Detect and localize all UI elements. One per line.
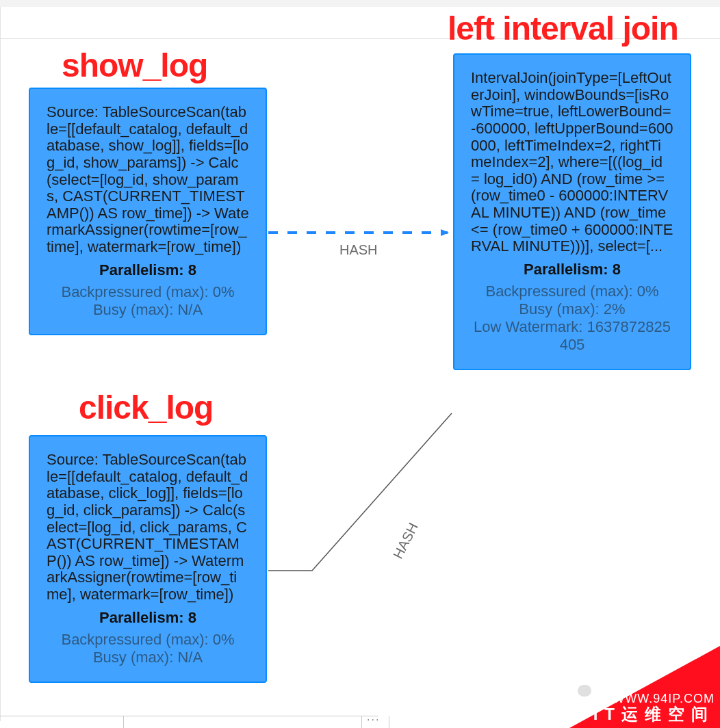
edge-label-click-to-join: HASH [390, 520, 422, 561]
node-click-log[interactable]: Source: TableSourceScan(table=[[default_… [29, 435, 267, 683]
wechat-icon [567, 676, 591, 697]
node-show-log-backpressure: Backpressured (max): 0% [47, 283, 249, 301]
ellipsis-icon[interactable]: ··· [367, 714, 380, 726]
node-interval-join-busy: Busy (max): 2% [471, 300, 673, 318]
node-interval-join[interactable]: IntervalJoin(joinType=[LeftOuterJoin], w… [453, 53, 691, 370]
node-click-log-parallelism: Parallelism: 8 [47, 609, 249, 627]
node-click-log-body: Source: TableSourceScan(table=[[default_… [47, 452, 249, 603]
node-interval-join-parallelism: Parallelism: 8 [471, 261, 673, 278]
heading-click-log: click_log [79, 389, 213, 426]
node-click-log-busy: Busy (max): N/A [47, 649, 249, 666]
bottom-toolbar: ··· [0, 716, 378, 728]
heading-left-interval-join: left interval join [448, 10, 678, 47]
node-interval-join-body: IntervalJoin(joinType=[LeftOuterJoin], w… [471, 70, 673, 255]
node-show-log[interactable]: Source: TableSourceScan(table=[[default_… [29, 88, 267, 335]
node-interval-join-low-watermark: Low Watermark: 1637872825405 [471, 318, 673, 354]
node-click-log-backpressure: Backpressured (max): 0% [47, 631, 249, 649]
edge-label-show-to-join: HASH [339, 242, 378, 258]
left-border [0, 7, 1, 721]
heading-show-log: show_log [62, 47, 207, 84]
node-show-log-parallelism: Parallelism: 8 [47, 261, 249, 279]
node-interval-join-backpressure: Backpressured (max): 0% [471, 283, 673, 300]
watermark-name: IT运维空间 [593, 703, 715, 725]
node-show-log-body: Source: TableSourceScan(table=[[default_… [47, 104, 249, 256]
node-show-log-busy: Busy (max): N/A [47, 301, 249, 319]
